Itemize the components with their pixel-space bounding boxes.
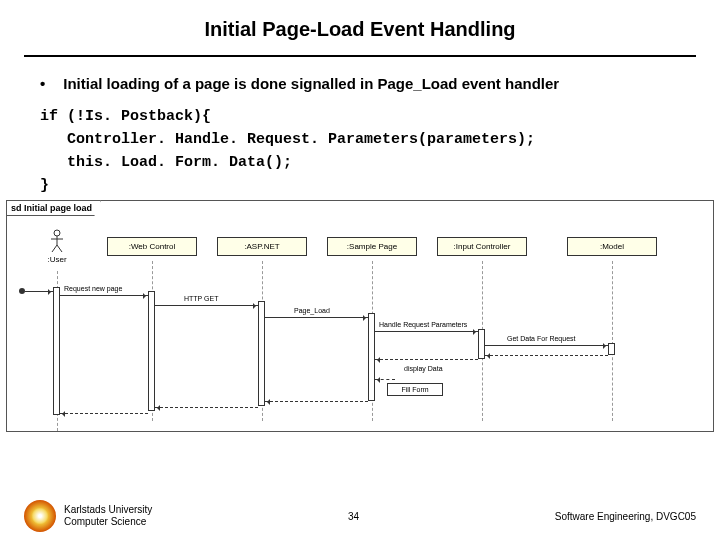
self-arrow (375, 379, 395, 380)
msg-display-data: display Data (402, 365, 445, 372)
bullet-text: Initial loading of a page is done signal… (63, 75, 559, 92)
title-divider (24, 55, 696, 57)
note-fill-form: Fill Form (387, 383, 443, 396)
slide-title: Initial Page-Load Event Handling (0, 0, 720, 55)
university-logo (24, 500, 56, 532)
return-arrow (265, 401, 368, 402)
svg-point-0 (54, 230, 60, 236)
msg-request-page: Request new page (62, 285, 124, 292)
msg-handle-params: Handle Request Parameters (377, 321, 469, 328)
arrow (155, 305, 258, 306)
page-number: 34 (348, 511, 359, 522)
actor-icon (49, 229, 65, 253)
obj-asp-net: :ASP.NET (217, 237, 307, 256)
activation (258, 301, 265, 406)
actor-label: :User (37, 255, 77, 264)
svg-line-4 (57, 245, 62, 252)
arrow (25, 291, 53, 292)
return-arrow (375, 359, 478, 360)
bullet-item: • Initial loading of a page is done sign… (0, 75, 720, 108)
msg-http-get: HTTP GET (182, 295, 220, 302)
code-line-1: if (!Is. Postback){ (0, 108, 720, 131)
msg-get-data: Get Data For Request (505, 335, 577, 342)
footer: Karlstads University Computer Science 34… (0, 500, 720, 532)
lifeline (612, 261, 613, 421)
arrow (265, 317, 368, 318)
code-line-4: } (0, 177, 720, 200)
activation (608, 343, 615, 355)
obj-sample-page: :Sample Page (327, 237, 417, 256)
svg-line-3 (52, 245, 57, 252)
activation (53, 287, 60, 415)
code-line-3: this. Load. Form. Data(); (0, 154, 720, 177)
obj-input-controller: :Input Controller (437, 237, 527, 256)
uni-line2: Computer Science (64, 516, 152, 528)
activation (148, 291, 155, 411)
bullet-dot: • (40, 75, 45, 92)
frame-label: sd Initial page load (6, 200, 101, 216)
course-code: Software Engineering, DVGC05 (555, 511, 696, 522)
sequence-diagram: sd Initial page load :User :Web Control … (6, 200, 714, 432)
obj-model: :Model (567, 237, 657, 256)
arrow (60, 295, 148, 296)
return-arrow (485, 355, 608, 356)
arrow (375, 331, 478, 332)
code-line-2: Controller. Handle. Request. Parameters(… (0, 131, 720, 154)
obj-web-control: :Web Control (107, 237, 197, 256)
return-arrow (155, 407, 258, 408)
return-arrow (60, 413, 148, 414)
university-name: Karlstads University Computer Science (64, 504, 152, 528)
msg-page-load: Page_Load (292, 307, 332, 314)
uni-line1: Karlstads University (64, 504, 152, 516)
footer-left: Karlstads University Computer Science (24, 500, 152, 532)
arrow (485, 345, 608, 346)
actor-user: :User (37, 229, 77, 264)
